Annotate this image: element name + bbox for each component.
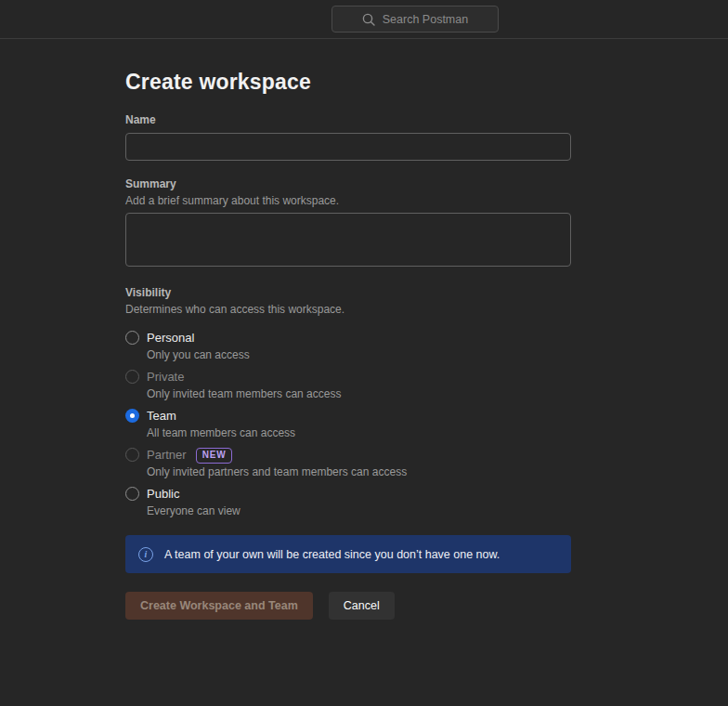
summary-label: Summary <box>125 177 571 191</box>
new-badge: NEW <box>196 448 233 464</box>
visibility-label: Visibility <box>125 286 571 300</box>
info-banner: i A team of your own will be created sin… <box>125 535 571 573</box>
visibility-field: Visibility Determines who can access thi… <box>125 286 571 519</box>
summary-help: Add a brief summary about this workspace… <box>125 193 571 208</box>
radio-team[interactable] <box>125 409 139 423</box>
option-label: Private <box>147 369 184 386</box>
radio-partner[interactable] <box>125 448 139 462</box>
cancel-button[interactable]: Cancel <box>329 592 395 620</box>
option-label: Public <box>147 486 179 503</box>
name-field: Name <box>125 113 571 161</box>
visibility-options: Personal Only you can access Private Onl… <box>125 330 571 519</box>
create-workspace-button[interactable]: Create Workspace and Team <box>125 592 313 620</box>
option-description: Only you can access <box>147 346 250 363</box>
option-label: Partner <box>147 447 187 464</box>
option-label: Personal <box>147 330 194 346</box>
radio-option-partner[interactable]: Partner NEW Only invited partners and te… <box>125 447 571 480</box>
info-icon: i <box>138 547 153 562</box>
info-banner-text: A team of your own will be created since… <box>164 548 500 561</box>
option-description: Only invited partners and team members c… <box>147 464 407 480</box>
radio-personal[interactable] <box>125 331 139 345</box>
radio-private[interactable] <box>125 370 139 384</box>
top-bar: Search Postman <box>0 0 728 39</box>
visibility-help: Determines who can access this workspace… <box>125 302 571 317</box>
page-title: Create workspace <box>125 70 571 95</box>
summary-textarea[interactable] <box>125 213 571 267</box>
radio-option-private[interactable]: Private Only invited team members can ac… <box>125 369 571 402</box>
option-description: Everyone can view <box>147 503 240 519</box>
option-label: Team <box>147 408 176 425</box>
name-input[interactable] <box>125 133 571 161</box>
create-workspace-form: Create workspace Name Summary Add a brie… <box>125 39 571 620</box>
search-input[interactable]: Search Postman <box>332 6 499 33</box>
search-placeholder: Search Postman <box>383 13 468 26</box>
action-buttons: Create Workspace and Team Cancel <box>125 592 571 620</box>
radio-public[interactable] <box>125 487 139 501</box>
option-description: All team members can access <box>147 425 295 441</box>
option-description: Only invited team members can access <box>147 386 341 402</box>
radio-option-personal[interactable]: Personal Only you can access <box>125 330 571 363</box>
search-icon <box>362 13 375 26</box>
name-label: Name <box>125 113 571 127</box>
summary-field: Summary Add a brief summary about this w… <box>125 177 571 270</box>
radio-option-public[interactable]: Public Everyone can view <box>125 486 571 519</box>
radio-option-team[interactable]: Team All team members can access <box>125 408 571 441</box>
